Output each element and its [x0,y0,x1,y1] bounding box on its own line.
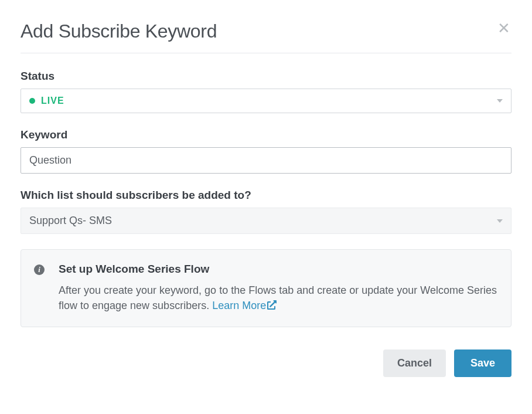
info-body-text: After you create your keyword, go to the… [59,284,497,311]
keyword-input[interactable] [21,147,511,174]
status-field: Status LIVE [21,70,511,113]
modal-footer: Cancel Save [21,349,511,377]
list-select[interactable]: Support Qs- SMS [21,208,511,234]
info-content: Set up Welcome Series Flow After you cre… [59,263,498,314]
learn-more-text: Learn More [212,300,266,311]
status-dot-icon [29,98,35,104]
list-label: Which list should subscribers be added t… [21,189,511,202]
chevron-down-icon [497,219,503,223]
list-selected-value: Support Qs- SMS [29,215,112,227]
chevron-down-icon [497,99,503,103]
status-text: LIVE [41,96,64,106]
info-icon: i [34,264,45,275]
save-button[interactable]: Save [454,349,511,377]
status-select[interactable]: LIVE [21,89,511,113]
modal-header: Add Subscribe Keyword ✕ [21,21,511,53]
close-icon[interactable]: ✕ [496,21,511,36]
list-field: Which list should subscribers be added t… [21,189,511,234]
keyword-field: Keyword [21,128,511,174]
info-box: i Set up Welcome Series Flow After you c… [21,249,511,327]
status-label: Status [21,70,511,83]
keyword-label: Keyword [21,128,511,141]
info-title: Set up Welcome Series Flow [59,263,498,276]
learn-more-link[interactable]: Learn More [212,300,277,311]
info-body: After you create your keyword, go to the… [59,283,498,314]
modal-title: Add Subscribe Keyword [21,21,217,42]
status-value-wrap: LIVE [29,96,64,106]
external-link-icon [267,298,277,314]
cancel-button[interactable]: Cancel [383,349,446,377]
